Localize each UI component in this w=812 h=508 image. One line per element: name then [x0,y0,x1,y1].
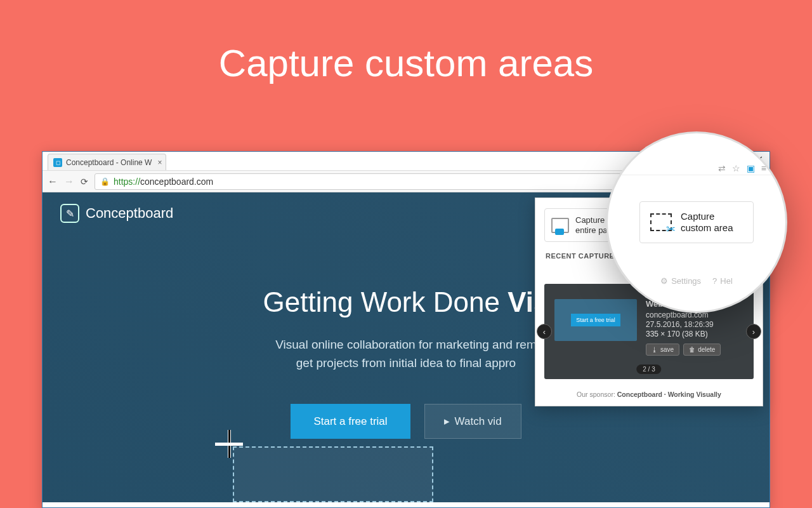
site-logo[interactable]: ✎ Conceptboard [60,204,173,223]
tab-title: Conceptboard - Online W [66,158,152,167]
capture-dimensions: 335 × 170 (38 KB) [646,330,721,338]
brand-name: Conceptboard [86,205,173,222]
capture-selection-rect [233,446,433,502]
brand-icon: ✎ [60,204,79,223]
browser-tab[interactable]: ◻ Conceptboard - Online W × [48,154,166,170]
tab-close-icon[interactable]: × [157,158,162,167]
carousel-next-button[interactable]: › [746,324,761,339]
delete-capture-button[interactable]: 🗑 delete [683,344,721,356]
mag-settings-link: ⚙ Settings [660,276,701,286]
capture-thumbnail[interactable]: Start a free trial [554,299,637,341]
watch-video-button[interactable]: ▸ Watch vid [424,404,521,439]
magnifier-lens: ⇄ ☆ ▣ ≡ Capturecustom area ⚙ Settings ? … [608,133,785,311]
url-input[interactable]: 🔒 https://conceptboard.com [95,173,690,190]
capture-domain: conceptboard.com [646,311,721,319]
thumb-cta: Start a free trial [571,314,620,326]
mag-star-icon: ☆ [732,163,740,173]
lock-icon: 🔒 [100,177,110,186]
promo-heading: Capture custom areas [0,0,812,85]
capture-page-icon [551,218,569,233]
carousel-prev-button[interactable]: ‹ [537,324,552,339]
nav-forward-icon[interactable]: → [64,176,74,187]
carousel-pager: 2 / 3 [636,364,661,374]
url-protocol: https:// [114,177,140,187]
reload-icon[interactable]: ⟳ [81,177,88,187]
mag-capture-custom-area-button[interactable]: Capturecustom area [639,201,754,243]
sponsor-line: Our sponsor: Conceptboard · Working Visu… [535,385,763,406]
nav-back-icon[interactable]: ← [48,176,58,187]
url-host: conceptboard.com [140,177,213,187]
save-capture-button[interactable]: ⭳ save [646,344,679,356]
start-trial-button[interactable]: Start a free trial [291,404,410,439]
mag-translate-icon: ⇄ [718,163,726,173]
mag-help-link: ? Hel [712,276,733,286]
mag-capture-area-icon [650,213,672,231]
mag-extension-icon: ▣ [747,163,755,173]
play-icon: ▸ [444,415,450,428]
capture-datetime: 27.5.2016, 18:26:39 [646,320,721,329]
favicon-icon: ◻ [53,158,62,167]
